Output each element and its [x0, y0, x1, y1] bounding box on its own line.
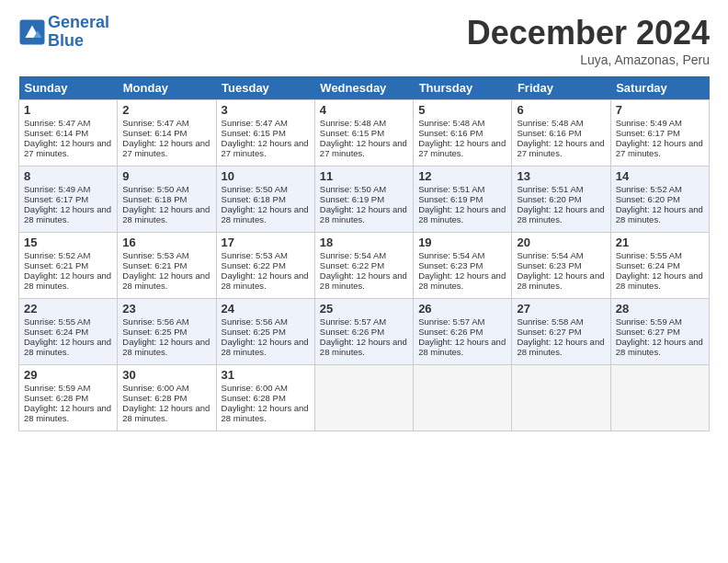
header-row: Sunday Monday Tuesday Wednesday Thursday… [19, 76, 710, 100]
sunrise-label: Sunrise: 6:00 AM [122, 383, 188, 393]
table-cell: 10 Sunrise: 5:50 AM Sunset: 6:18 PM Dayl… [216, 167, 314, 233]
table-cell: 7 Sunrise: 5:49 AM Sunset: 6:17 PM Dayli… [610, 100, 709, 167]
sunrise-label: Sunrise: 5:47 AM [222, 118, 288, 128]
day-number: 20 [517, 236, 605, 249]
daylight-label: Daylight: 12 hours and 28 minutes. [517, 270, 604, 291]
sunrise-label: Sunrise: 5:52 AM [24, 250, 90, 260]
sunset-label: Sunset: 6:18 PM [222, 194, 286, 204]
day-number: 10 [222, 169, 310, 183]
logo-general: General [48, 13, 109, 31]
daylight-label: Daylight: 12 hours and 28 minutes. [122, 403, 210, 423]
sunrise-label: Sunrise: 5:54 AM [517, 250, 583, 260]
daylight-label: Daylight: 12 hours and 27 minutes. [517, 138, 604, 158]
day-number: 26 [418, 302, 506, 316]
sunset-label: Sunset: 6:28 PM [24, 393, 88, 403]
daylight-label: Daylight: 12 hours and 28 minutes. [517, 337, 604, 357]
table-cell: 19 Sunrise: 5:54 AM Sunset: 6:23 PM Dayl… [414, 233, 512, 299]
th-thursday: Thursday [414, 76, 512, 100]
th-saturday: Saturday [610, 76, 709, 100]
table-row: 29 Sunrise: 5:59 AM Sunset: 6:28 PM Dayl… [19, 365, 710, 431]
table-row: 15 Sunrise: 5:52 AM Sunset: 6:21 PM Dayl… [19, 233, 710, 299]
th-monday: Monday [118, 76, 216, 100]
day-number: 4 [320, 103, 408, 117]
month-title: December 2024 [467, 14, 710, 52]
table-cell: 12 Sunrise: 5:51 AM Sunset: 6:19 PM Dayl… [414, 167, 512, 233]
sunrise-label: Sunrise: 5:48 AM [418, 118, 484, 128]
table-cell [512, 365, 610, 431]
daylight-label: Daylight: 12 hours and 28 minutes. [418, 270, 506, 291]
th-wednesday: Wednesday [314, 76, 413, 100]
sunrise-label: Sunrise: 5:55 AM [616, 250, 682, 260]
daylight-label: Daylight: 12 hours and 28 minutes. [320, 337, 407, 357]
sunset-label: Sunset: 6:28 PM [222, 393, 286, 403]
sunset-label: Sunset: 6:14 PM [24, 128, 88, 138]
sunrise-label: Sunrise: 5:50 AM [222, 184, 288, 194]
day-number: 13 [517, 169, 605, 183]
daylight-label: Daylight: 12 hours and 27 minutes. [122, 138, 210, 158]
sunset-label: Sunset: 6:17 PM [616, 128, 680, 138]
sunrise-label: Sunrise: 5:59 AM [24, 383, 90, 393]
sunrise-label: Sunrise: 5:53 AM [222, 250, 288, 260]
sunset-label: Sunset: 6:15 PM [320, 128, 384, 138]
table-cell: 4 Sunrise: 5:48 AM Sunset: 6:15 PM Dayli… [314, 100, 413, 167]
table-row: 1 Sunrise: 5:47 AM Sunset: 6:14 PM Dayli… [19, 100, 710, 167]
day-number: 15 [24, 236, 112, 249]
daylight-label: Daylight: 12 hours and 27 minutes. [222, 138, 309, 158]
day-number: 17 [222, 236, 310, 249]
sunrise-label: Sunrise: 5:57 AM [418, 316, 484, 327]
calendar-table: Sunday Monday Tuesday Wednesday Thursday… [18, 76, 710, 431]
sunrise-label: Sunrise: 6:00 AM [222, 383, 288, 393]
sunrise-label: Sunrise: 5:47 AM [24, 118, 90, 128]
sunrise-label: Sunrise: 5:48 AM [320, 118, 386, 128]
daylight-label: Daylight: 12 hours and 28 minutes. [24, 270, 111, 291]
header: General Blue December 2024 Luya, Amazona… [18, 14, 710, 67]
day-number: 12 [418, 169, 506, 183]
sunrise-label: Sunrise: 5:56 AM [222, 316, 288, 327]
sunset-label: Sunset: 6:15 PM [222, 128, 286, 138]
logo-text: General Blue [48, 14, 109, 51]
sunrise-label: Sunrise: 5:55 AM [24, 316, 90, 327]
table-cell: 13 Sunrise: 5:51 AM Sunset: 6:20 PM Dayl… [512, 167, 610, 233]
table-cell: 30 Sunrise: 6:00 AM Sunset: 6:28 PM Dayl… [118, 365, 216, 431]
sunset-label: Sunset: 6:18 PM [122, 194, 187, 204]
sunrise-label: Sunrise: 5:54 AM [418, 250, 484, 260]
daylight-label: Daylight: 12 hours and 28 minutes. [122, 270, 210, 291]
day-number: 22 [24, 302, 112, 316]
day-number: 19 [418, 236, 506, 249]
day-number: 6 [517, 103, 605, 117]
day-number: 16 [122, 236, 210, 249]
sunset-label: Sunset: 6:21 PM [122, 260, 187, 270]
day-number: 21 [616, 236, 704, 249]
daylight-label: Daylight: 12 hours and 27 minutes. [616, 138, 703, 158]
table-cell [314, 365, 413, 431]
sunset-label: Sunset: 6:26 PM [418, 327, 483, 337]
table-cell: 31 Sunrise: 6:00 AM Sunset: 6:28 PM Dayl… [216, 365, 314, 431]
sunrise-label: Sunrise: 5:52 AM [616, 184, 682, 194]
daylight-label: Daylight: 12 hours and 28 minutes. [616, 337, 703, 357]
sunset-label: Sunset: 6:19 PM [418, 194, 483, 204]
table-cell: 26 Sunrise: 5:57 AM Sunset: 6:26 PM Dayl… [414, 299, 512, 365]
sunset-label: Sunset: 6:20 PM [616, 194, 680, 204]
sunrise-label: Sunrise: 5:51 AM [418, 184, 484, 194]
table-cell [414, 365, 512, 431]
sunrise-label: Sunrise: 5:59 AM [616, 316, 682, 327]
sunset-label: Sunset: 6:23 PM [517, 260, 581, 270]
table-cell: 16 Sunrise: 5:53 AM Sunset: 6:21 PM Dayl… [118, 233, 216, 299]
sunset-label: Sunset: 6:28 PM [122, 393, 187, 403]
daylight-label: Daylight: 12 hours and 28 minutes. [222, 403, 309, 423]
table-cell: 22 Sunrise: 5:55 AM Sunset: 6:24 PM Dayl… [19, 299, 118, 365]
day-number: 11 [320, 169, 408, 183]
sunset-label: Sunset: 6:14 PM [122, 128, 187, 138]
sunset-label: Sunset: 6:16 PM [418, 128, 483, 138]
sunrise-label: Sunrise: 5:56 AM [122, 316, 188, 327]
sunrise-label: Sunrise: 5:48 AM [517, 118, 583, 128]
table-cell: 24 Sunrise: 5:56 AM Sunset: 6:25 PM Dayl… [216, 299, 314, 365]
daylight-label: Daylight: 12 hours and 28 minutes. [122, 204, 210, 224]
table-cell: 27 Sunrise: 5:58 AM Sunset: 6:27 PM Dayl… [512, 299, 610, 365]
daylight-label: Daylight: 12 hours and 28 minutes. [616, 204, 703, 224]
table-cell: 28 Sunrise: 5:59 AM Sunset: 6:27 PM Dayl… [610, 299, 709, 365]
sunset-label: Sunset: 6:25 PM [222, 327, 286, 337]
daylight-label: Daylight: 12 hours and 28 minutes. [222, 204, 309, 224]
table-cell: 2 Sunrise: 5:47 AM Sunset: 6:14 PM Dayli… [118, 100, 216, 167]
table-row: 22 Sunrise: 5:55 AM Sunset: 6:24 PM Dayl… [19, 299, 710, 365]
